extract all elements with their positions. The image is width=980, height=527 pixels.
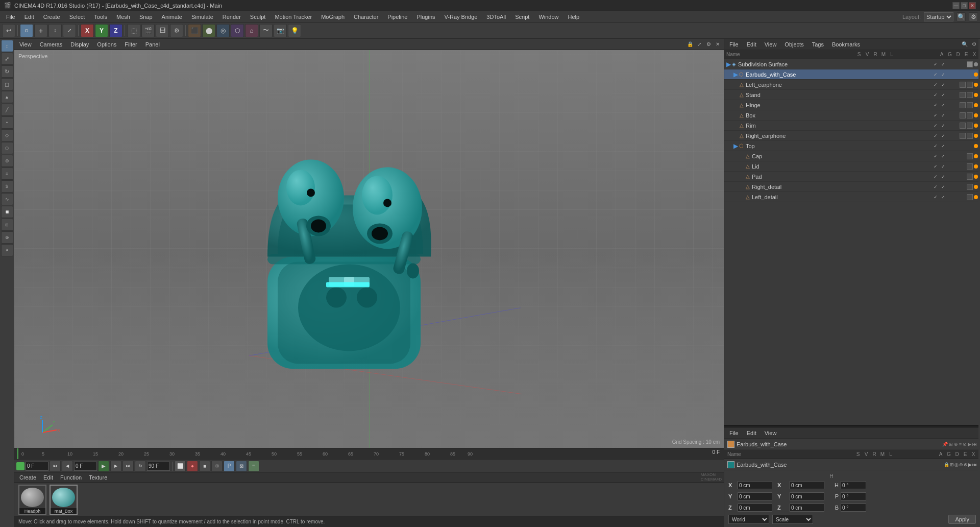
frame-end-input[interactable] [147, 462, 170, 471]
om-row-earbuds-case[interactable]: ▶ ⬡ Earbuds_with_Case ✓ ✓ [724, 69, 980, 80]
obj-deform-button[interactable]: ⌂ [245, 24, 258, 37]
tool-8[interactable]: ⊞ [1, 219, 13, 231]
om-row-right-earphone[interactable]: △ Right_earphone ✓ ✓ [724, 131, 980, 141]
axis-x-button[interactable]: X [81, 24, 94, 37]
obj-sphere-button[interactable]: ⬤ [202, 24, 215, 37]
coord-x-pos-input[interactable] [738, 481, 772, 489]
earbuds-vis-2[interactable]: ✓ [940, 71, 947, 78]
frame-prev-btn[interactable]: ⏮ [50, 461, 61, 472]
maximize-button[interactable]: □ [961, 2, 968, 9]
coord-h-input[interactable] [841, 481, 866, 489]
tool-edge[interactable]: ╱ [1, 104, 13, 116]
world-dropdown[interactable]: World Local Object [728, 515, 769, 524]
tool-select[interactable]: ◻ [1, 78, 13, 90]
object-manager-content[interactable]: ▶ ◈ Subdivision Surface ✓ ✓ ▶ ⬡ Earbuds_… [724, 59, 980, 425]
om-row-stand[interactable]: △ Stand ✓ ✓ [724, 90, 980, 100]
search-btn[interactable]: 🔍 [957, 12, 966, 21]
right-detail-vis-2[interactable]: ✓ [940, 183, 947, 190]
om-search-icon[interactable]: 🔍 [961, 40, 969, 49]
mode-scale-button[interactable]: ⤢ [63, 24, 76, 37]
om-menu-view[interactable]: View [762, 41, 780, 48]
subdiv-vis-check1[interactable]: ✓ [932, 61, 939, 68]
attr-icon-4[interactable]: ≡ [959, 442, 962, 447]
attr-mat-icon-5[interactable]: ⊗ [964, 462, 968, 467]
attr-mat-icon-4[interactable]: ⊕ [959, 462, 963, 467]
right-detail-vis-1[interactable]: ✓ [932, 183, 939, 190]
om-menu-objects[interactable]: Objects [781, 41, 806, 48]
vp-lock-icon[interactable]: 🔒 [686, 40, 694, 49]
frame-step-back-btn[interactable]: ◀ [62, 461, 73, 472]
minimize-button[interactable]: — [952, 2, 960, 9]
pad-vis-2[interactable]: ✓ [940, 173, 947, 180]
obj-light-button[interactable]: 💡 [288, 24, 301, 37]
om-row-hinge[interactable]: △ Hinge ✓ ✓ [724, 100, 980, 110]
om-row-subdiv[interactable]: ▶ ◈ Subdivision Surface ✓ ✓ [724, 59, 980, 69]
current-frame-input[interactable] [26, 462, 48, 471]
left-detail-vis-1[interactable]: ✓ [932, 194, 939, 201]
func-btn-4[interactable]: ≡ [248, 461, 259, 472]
left-ear-vis-2[interactable]: ✓ [940, 81, 947, 88]
record-stop-btn[interactable]: ■ [199, 461, 210, 472]
render-settings-button[interactable]: ⚙ [170, 24, 183, 37]
obj-cube-button[interactable]: ⬛ [188, 24, 201, 37]
axis-y-button[interactable]: Y [95, 24, 108, 37]
loop-btn[interactable]: ↻ [135, 461, 146, 472]
menu-window[interactable]: Window [534, 13, 562, 21]
pad-vis-1[interactable]: ✓ [932, 173, 939, 180]
close-button[interactable]: ✕ [969, 2, 976, 9]
tool-9[interactable]: ⊗ [1, 231, 13, 244]
om-row-top[interactable]: ▶ ⬡ Top ✓ ✓ [724, 141, 980, 151]
menu-simulate[interactable]: Simulate [187, 13, 217, 21]
record-active-btn[interactable]: ⬜ [175, 461, 186, 472]
vp-expand-icon[interactable]: ⤢ [695, 40, 703, 49]
apply-button[interactable]: Apply [948, 515, 976, 524]
om-menu-edit[interactable]: Edit [744, 41, 760, 48]
tool-10[interactable]: ✦ [1, 244, 13, 256]
om-row-left-earphone[interactable]: △ Left_earphone ✓ ✓ [724, 80, 980, 90]
mat-menu-function[interactable]: Function [57, 474, 85, 481]
attr-icon-3[interactable]: ⊕ [954, 442, 958, 447]
menu-snap[interactable]: Snap [135, 13, 157, 21]
right-ear-vis-1[interactable]: ✓ [932, 132, 939, 139]
menu-mograph[interactable]: MoGraph [317, 13, 349, 21]
coord-y-size-input[interactable] [790, 492, 824, 500]
menu-vray[interactable]: V-Ray Bridge [440, 13, 482, 21]
attr-icon-6[interactable]: ▶ [968, 442, 971, 447]
coord-b-input[interactable] [841, 504, 866, 512]
layout-settings-btn[interactable]: ⚙ [969, 12, 978, 21]
record-btn[interactable]: ● [187, 461, 198, 472]
coord-z-pos-input[interactable] [738, 504, 772, 512]
vp-menu-cameras[interactable]: Cameras [37, 41, 66, 48]
tool-scale[interactable]: ⤢ [1, 53, 13, 65]
attr-mat-icon-3[interactable]: ◎ [954, 462, 959, 467]
cap-vis-2[interactable]: ✓ [940, 153, 947, 160]
timeline-ruler[interactable]: 0 5 10 15 20 25 30 35 40 45 50 55 60 65 … [14, 448, 724, 459]
rim-vis-1[interactable]: ✓ [932, 122, 939, 129]
material-headph[interactable]: Headph [18, 485, 46, 515]
obj-nurbs-button[interactable]: ◎ [216, 24, 230, 37]
func-btn-2[interactable]: P [224, 461, 235, 472]
rim-vis-2[interactable]: ✓ [940, 122, 947, 129]
hinge-vis-2[interactable]: ✓ [940, 102, 947, 109]
func-btn-1[interactable]: ⊞ [211, 461, 223, 472]
right-ear-vis-2[interactable]: ✓ [940, 132, 947, 139]
obj-poly-button[interactable]: ⬡ [231, 24, 244, 37]
tool-4[interactable]: ≡ [1, 167, 13, 180]
tool-1[interactable]: ◇ [1, 129, 13, 141]
lid-vis-1[interactable]: ✓ [932, 163, 939, 170]
vp-menu-panel[interactable]: Panel [142, 41, 163, 48]
left-ear-vis-1[interactable]: ✓ [932, 81, 939, 88]
attr-menu-edit[interactable]: Edit [744, 429, 760, 437]
top-vis-2[interactable]: ✓ [940, 142, 947, 150]
lid-vis-2[interactable]: ✓ [940, 163, 947, 170]
om-row-lid[interactable]: △ Lid ✓ ✓ [724, 161, 980, 172]
menu-sculpt[interactable]: Sculpt [246, 13, 270, 21]
menu-mesh[interactable]: Mesh [112, 13, 134, 21]
vp-close-icon[interactable]: ✕ [714, 40, 722, 49]
menu-edit[interactable]: Edit [20, 13, 38, 21]
cap-vis-1[interactable]: ✓ [932, 153, 939, 160]
menu-plugins[interactable]: Plugins [412, 13, 439, 21]
scale-dropdown[interactable]: Scale [772, 515, 813, 524]
tool-point[interactable]: • [1, 116, 13, 129]
attr-mat-icon-7[interactable]: ⏮ [972, 462, 977, 467]
